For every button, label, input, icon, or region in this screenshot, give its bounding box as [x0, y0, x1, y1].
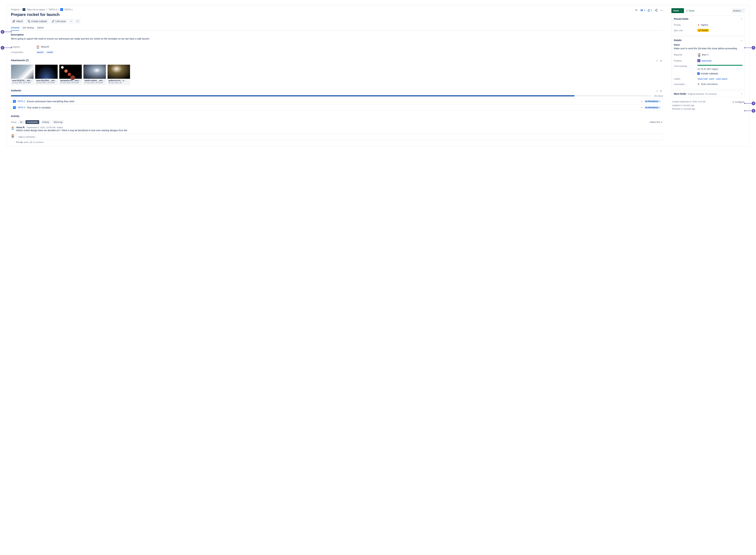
sort-button[interactable]: Oldest first — [650, 121, 663, 123]
notes-text[interactable]: Make sure to send the QA team this issue… — [674, 47, 743, 50]
protip-text: Pro tip: press M to comment — [16, 141, 663, 143]
configure-link[interactable]: Configure — [732, 100, 745, 104]
tab-qa-testing[interactable]: QA Testing — [23, 26, 34, 30]
tab-general[interactable]: General — [11, 26, 19, 30]
status-dropdown[interactable]: IN PROGRESS — [644, 106, 661, 109]
svg-point-16 — [656, 91, 657, 91]
status-button[interactable]: Done — [671, 8, 684, 13]
issue-panel: Projects / Take me to space / TMTS-4 / T… — [7, 5, 749, 146]
priority-highest-icon — [640, 100, 643, 102]
chevron-up-icon — [741, 18, 743, 20]
filter-comments[interactable]: Comments — [26, 120, 39, 124]
activity-show-label: Show: — [11, 121, 17, 123]
breadcrumb-issue-key[interactable]: TMTS-1 — [64, 8, 73, 11]
include-subtasks-checkbox[interactable]: Include subtasks — [697, 72, 743, 75]
attachment-thumb — [59, 65, 82, 79]
toolbar-more-icon[interactable] — [75, 19, 80, 24]
filter-history[interactable]: History — [41, 120, 51, 124]
breadcrumb-project[interactable]: Take me to space — [27, 8, 45, 11]
svg-point-8 — [77, 21, 77, 22]
current-user-avatar — [11, 134, 14, 137]
more-actions-icon[interactable] — [660, 9, 663, 12]
subtask-progress-bar — [11, 95, 652, 96]
resolved-timestamp: Resolved 11 seconds ago — [672, 107, 745, 111]
priority-value[interactable]: Highest — [697, 24, 708, 26]
attachment-thumb — [83, 65, 106, 79]
component-chip[interactable]: launch — [36, 51, 44, 54]
label-chip[interactable]: earth — [709, 78, 715, 80]
link-issue-dropdown[interactable] — [69, 19, 74, 24]
description-text[interactable]: We're going to space! We need to ensure … — [11, 37, 663, 41]
svg-rect-21 — [14, 107, 14, 108]
more-fields-header[interactable]: More fields Original estimate, Fix versi… — [674, 92, 743, 95]
priority-highest-icon — [640, 106, 643, 109]
breadcrumb-parent[interactable]: TMTS-4 — [48, 8, 57, 11]
label-chip[interactable]: black-hole — [697, 78, 708, 80]
svg-point-5 — [662, 10, 663, 10]
attachments-more-icon[interactable] — [655, 59, 659, 63]
attach-button[interactable]: Attach — [11, 19, 25, 24]
issue-title[interactable]: Prepare rocket for launch — [11, 12, 663, 17]
attachment-item[interactable]: niketh-vellank… ash.jpg18 Sep 2020, 09:4… — [83, 65, 106, 85]
details-header[interactable]: Details — [674, 39, 743, 42]
svg-point-3 — [660, 10, 661, 10]
create-subtask-button[interactable]: Create subtask — [26, 19, 49, 24]
svg-point-13 — [656, 61, 657, 61]
svg-point-2 — [657, 11, 657, 11]
annotation-2: 2 — [1, 30, 12, 34]
breadcrumb-projects[interactable]: Projects — [11, 8, 19, 11]
gear-icon — [732, 101, 735, 103]
like-button[interactable]: 1 — [648, 9, 652, 11]
comment-timestamp: September 8, 2020, 10:09 AM — [27, 126, 55, 129]
project-icon — [697, 59, 700, 62]
attachment-item[interactable]: nasa-OLlj17tU… ash.jpg18 Sep 2020, 09:44… — [11, 65, 34, 85]
epic-link-label: Epic Link — [674, 29, 697, 32]
projects-value[interactable]: Spaceship — [697, 59, 712, 62]
subtask-row[interactable]: TMTS-2 Ensure astronauts have everything… — [11, 98, 663, 104]
attachment-item[interactable]: nasa-Q1p7bh3… ash.jpg18 Sep 2020, 09:44 … — [35, 65, 58, 85]
component-chip[interactable]: rocket — [46, 51, 54, 54]
comment-author[interactable]: Anna R. — [16, 126, 25, 129]
assignee-value[interactable]: Anna R. — [36, 45, 50, 49]
label-chip[interactable]: outer-space — [716, 78, 728, 80]
svg-point-12 — [37, 46, 39, 47]
svg-rect-22 — [14, 108, 15, 108]
annotation-4: 4 — [744, 101, 755, 105]
filter-all[interactable]: All — [18, 120, 24, 124]
time-tracking-label: Time tracking — [674, 65, 697, 68]
notes-label: Notes — [674, 44, 743, 46]
feedback-icon[interactable] — [635, 9, 638, 12]
svg-point-29 — [699, 60, 699, 61]
watchers-button[interactable]: 1 — [640, 9, 645, 12]
attachment-item[interactable]: ganapathy-ku… ash.jpg18 Sep 2020, 09:43 … — [59, 65, 82, 85]
add-comment-input[interactable]: Add a comment… — [16, 134, 663, 140]
reporter-avatar — [697, 53, 701, 56]
subtask-row[interactable]: TMTS-3 Test rocket in simulator IN PROGR… — [11, 104, 663, 111]
status-dropdown[interactable]: IN PROGRESS — [644, 100, 661, 103]
project-icon — [23, 8, 25, 11]
subtasks-more-icon[interactable] — [655, 89, 659, 93]
reporter-value[interactable]: Bran Y. — [697, 53, 709, 56]
attachments-add-icon[interactable] — [659, 59, 663, 63]
priority-highest-icon — [697, 24, 700, 26]
comment-item: Anna R. September 8, 2020, 10:09 AM Edit… — [11, 126, 663, 132]
tab-admin[interactable]: Admin — [37, 26, 44, 30]
link-issue-button[interactable]: Link issue — [50, 19, 68, 24]
svg-point-14 — [657, 61, 657, 61]
updated-timestamp: Updated 11 seconds ago — [672, 104, 745, 108]
attachment-item[interactable]: guillermo-ferl… a…18 Sep 2020, 09:… — [107, 65, 130, 85]
automation-label: Automation — [674, 83, 697, 85]
subtasks-add-icon[interactable] — [659, 89, 663, 93]
automation-link[interactable]: Rule executions — [697, 83, 718, 85]
svg-point-28 — [699, 53, 700, 55]
time-logged-text: 2w 3d 4h 48m logged — [697, 68, 743, 70]
time-tracking-bar[interactable] — [697, 65, 743, 66]
filter-worklog[interactable]: Work log — [52, 120, 64, 124]
reporter-label: Reporter — [674, 53, 697, 56]
pinned-fields-header[interactable]: Pinned fields — [674, 17, 743, 20]
epic-link-chip[interactable]: 🚀Rocket — [697, 29, 709, 32]
share-icon[interactable] — [655, 9, 658, 12]
svg-point-26 — [12, 134, 13, 136]
actions-button[interactable]: Actions — [731, 8, 745, 13]
svg-point-9 — [77, 21, 78, 22]
